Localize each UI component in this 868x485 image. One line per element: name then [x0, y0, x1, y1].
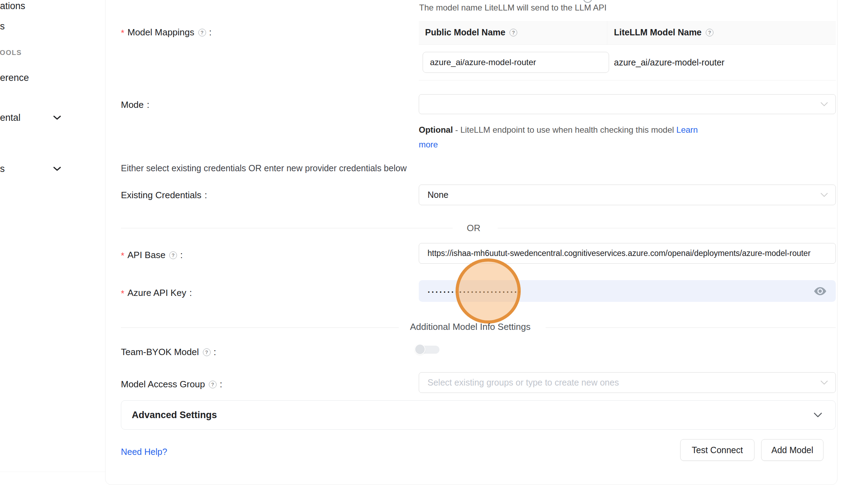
- existing-credentials-select[interactable]: None: [419, 185, 836, 205]
- question-icon[interactable]: ?: [198, 29, 206, 36]
- click-highlight: [456, 258, 521, 324]
- api-base-label: * API Base ? :: [121, 249, 183, 261]
- required-marker: *: [121, 251, 124, 261]
- sidebar-item-reference[interactable]: erence: [0, 72, 29, 83]
- question-icon[interactable]: ?: [169, 251, 177, 259]
- col-header-public-model-name: Public Model Name ?: [425, 27, 517, 37]
- public-model-name-input[interactable]: azure_ai/azure-model-router: [423, 52, 609, 73]
- toggle-knob: [415, 344, 425, 355]
- mode-helper-text: Optional - LiteLLM endpoint to use when …: [419, 123, 710, 152]
- sidebar-item-organizations[interactable]: ations: [0, 1, 25, 12]
- additional-divider-line-right: [546, 327, 836, 328]
- add-model-button[interactable]: Add Model: [761, 439, 823, 461]
- eye-icon[interactable]: [814, 286, 827, 296]
- sidebar-item-5[interactable]: s: [0, 164, 5, 174]
- mode-select[interactable]: [419, 94, 836, 114]
- credentials-note: Either select existing credentials OR en…: [121, 163, 407, 173]
- sidebar-divider: [0, 472, 105, 472]
- additional-divider-text: Additional Model Info Settings: [410, 321, 531, 332]
- chevron-down-icon: [53, 166, 62, 172]
- table-column-divider: [607, 21, 607, 45]
- question-icon[interactable]: ?: [510, 29, 517, 36]
- team-byok-toggle[interactable]: [415, 344, 440, 355]
- or-divider-line-left: [121, 228, 453, 228]
- or-divider-text: OR: [467, 223, 480, 234]
- existing-credentials-label: Existing Credentials :: [121, 190, 207, 201]
- question-icon[interactable]: ?: [203, 348, 211, 356]
- model-mappings-label: * Model Mappings ? :: [121, 27, 212, 38]
- need-help-link[interactable]: Need Help?: [121, 447, 167, 457]
- sidebar-item-1[interactable]: s: [0, 21, 5, 32]
- question-icon[interactable]: ?: [706, 29, 713, 36]
- azure-api-key-label: * Azure API Key :: [121, 287, 192, 299]
- chevron-down-icon: [820, 102, 828, 107]
- advanced-settings-expander[interactable]: Advanced Settings: [121, 400, 836, 430]
- chevron-down-icon: [820, 380, 828, 386]
- or-divider-line-right: [498, 228, 836, 228]
- model-access-group-select[interactable]: Select existing groups or type to create…: [419, 372, 836, 393]
- table-row-divider: [419, 80, 836, 81]
- sidebar-item-experimental[interactable]: ental: [0, 112, 21, 123]
- sidebar-section-tools: TOOLS: [0, 49, 22, 57]
- test-connect-button[interactable]: Test Connect: [680, 439, 754, 461]
- required-marker: *: [121, 289, 124, 299]
- model-access-group-label: Model Access Group ? :: [121, 379, 222, 390]
- add-model-form-page: { "ui": { "colon": ":", "required_marker…: [0, 0, 868, 485]
- required-marker: *: [121, 28, 124, 38]
- chevron-down-icon: [53, 115, 62, 121]
- col-header-litellm-model-name: LiteLLM Model Name ?: [614, 27, 713, 37]
- chevron-down-icon: [813, 412, 823, 418]
- question-icon[interactable]: ?: [209, 381, 217, 388]
- team-byok-label: Team-BYOK Model ? :: [121, 347, 216, 358]
- chevron-down-icon: [820, 192, 828, 198]
- additional-divider-line-left: [121, 327, 399, 328]
- mode-label: Mode :: [121, 99, 149, 110]
- model-name-helper-text: The model name LiteLLM will send to the …: [419, 3, 607, 13]
- litellm-model-name-value: azure_ai/azure-model-router: [614, 57, 724, 68]
